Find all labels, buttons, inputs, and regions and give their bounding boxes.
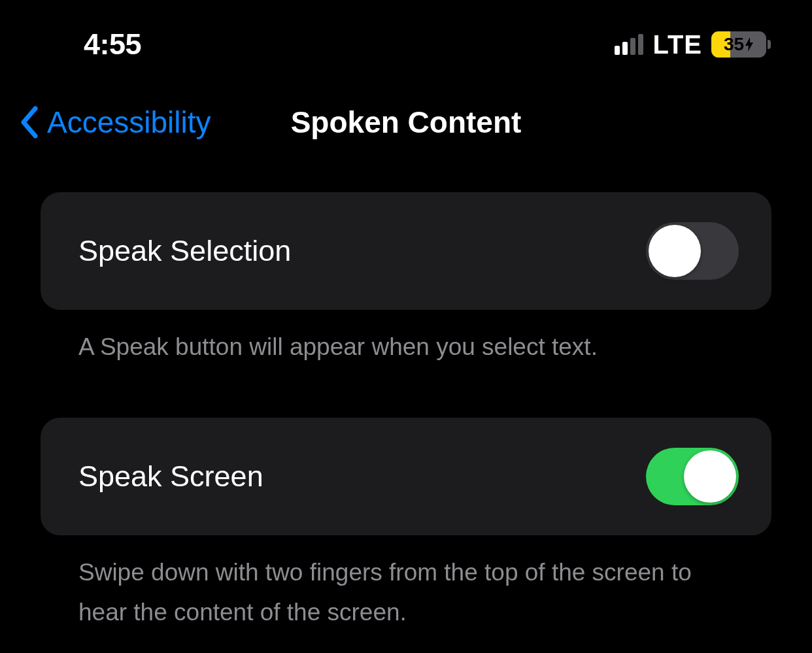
chevron-left-icon <box>20 106 39 139</box>
nav-header: Accessibility Spoken Content <box>0 65 812 159</box>
status-time: 4:55 <box>84 27 141 61</box>
page-title: Spoken Content <box>291 105 522 140</box>
cellular-signal-icon <box>615 34 643 55</box>
settings-list: Speak Selection A Speak button will appe… <box>0 159 812 632</box>
network-label: LTE <box>652 30 702 59</box>
setting-label: Speak Screen <box>78 460 263 494</box>
setting-label: Speak Selection <box>78 234 291 268</box>
setting-row-speak-selection[interactable]: Speak Selection <box>41 192 771 310</box>
toggle-knob <box>649 225 701 277</box>
setting-group-speak-screen: Speak Screen Swipe down with two fingers… <box>41 418 771 632</box>
setting-group-speak-selection: Speak Selection A Speak button will appe… <box>41 192 771 367</box>
back-button[interactable]: Accessibility <box>20 105 211 140</box>
charging-bolt-icon <box>745 37 754 52</box>
status-bar: 4:55 LTE 35 <box>0 0 812 65</box>
setting-description: Swipe down with two fingers from the top… <box>41 535 771 632</box>
speak-screen-toggle[interactable] <box>646 448 739 505</box>
toggle-knob <box>684 450 736 503</box>
back-label: Accessibility <box>47 105 211 140</box>
speak-selection-toggle[interactable] <box>646 222 739 280</box>
setting-row-speak-screen[interactable]: Speak Screen <box>41 418 771 535</box>
battery-indicator: 35 <box>711 31 766 58</box>
battery-percent: 35 <box>724 34 744 55</box>
status-right: LTE 35 <box>615 30 766 59</box>
setting-description: A Speak button will appear when you sele… <box>41 310 771 367</box>
